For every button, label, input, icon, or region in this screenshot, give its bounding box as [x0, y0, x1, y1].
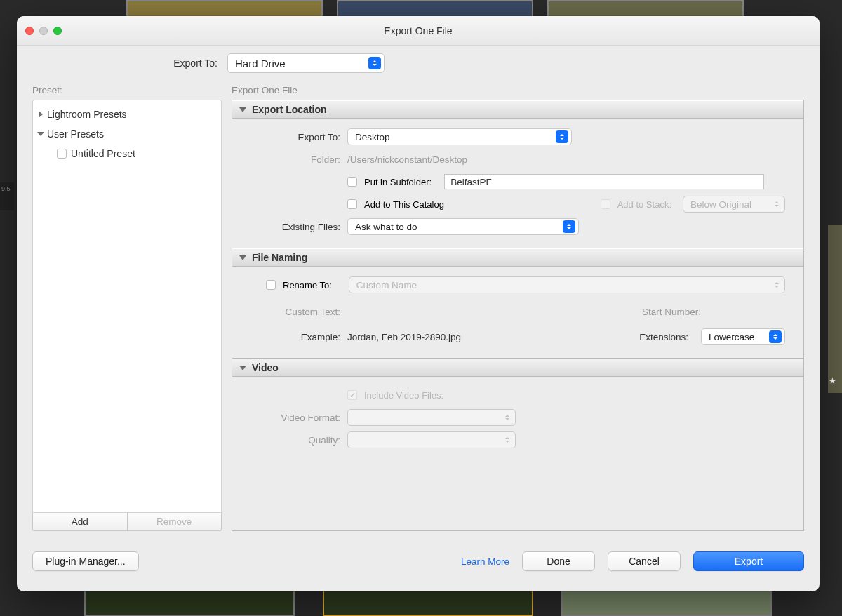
settings-column: Export One File Export Location Export T… — [232, 85, 804, 531]
extensions-label: Extensions: — [639, 332, 688, 342]
zoom-window-button[interactable] — [53, 27, 62, 35]
preset-group-user[interactable]: User Presets — [33, 124, 221, 144]
panel-video: Video Include Video Files: Video Format: — [232, 359, 803, 461]
add-catalog-label: Add to This Catalog — [364, 199, 444, 210]
chevron-updown-icon — [556, 130, 568, 143]
add-stack-label: Add to Stack: — [617, 199, 671, 210]
add-catalog-checkbox[interactable] — [347, 199, 357, 209]
include-video-checkbox — [347, 390, 357, 400]
cancel-button[interactable]: Cancel — [608, 551, 681, 571]
bg-thumb — [323, 588, 533, 616]
settings-scroll[interactable]: Export Location Export To: Desktop Folde… — [232, 100, 804, 531]
video-quality-label: Quality: — [250, 435, 340, 446]
panel-header-export-location[interactable]: Export Location — [232, 100, 803, 119]
window-title: Export One File — [384, 25, 452, 36]
preset-column: Preset: Lightroom Presets User Presets U… — [32, 85, 222, 531]
right-label: Export One File — [232, 85, 804, 95]
subfolder-label: Put in Subfolder: — [364, 177, 432, 187]
chevron-updown-icon — [368, 57, 381, 69]
panel-header-file-naming[interactable]: File Naming — [232, 248, 803, 267]
export-destination-popup[interactable]: Desktop — [347, 128, 572, 145]
remove-preset-button: Remove — [128, 513, 222, 531]
minimize-window-button — [39, 27, 48, 35]
add-stack-popup: Below Original — [683, 196, 785, 213]
panel-file-naming: File Naming Rename To: Custom Name — [232, 248, 803, 359]
include-video-label: Include Video Files: — [364, 390, 443, 401]
disclosure-triangle-icon — [239, 366, 246, 370]
custom-text-label: Custom Text: — [250, 307, 340, 317]
star-icon: ★ — [829, 376, 836, 386]
example-value: Jordan, Feb 2019-2890.jpg — [347, 332, 461, 342]
bg-right-thumb — [828, 225, 842, 393]
bg-left-panel: 9.5 — [0, 182, 14, 210]
video-format-popup — [347, 409, 516, 426]
done-button[interactable]: Done — [522, 551, 595, 571]
chevron-down-icon — [37, 132, 44, 136]
start-number-label: Start Number: — [642, 307, 701, 317]
example-label: Example: — [250, 332, 340, 342]
chevron-updown-icon — [769, 330, 782, 343]
close-window-button[interactable] — [25, 27, 34, 35]
chevron-updown-icon — [772, 198, 782, 210]
subfolder-input[interactable]: BelfastPF — [444, 174, 764, 189]
rename-popup: Custom Name — [349, 276, 785, 293]
export-to-popup[interactable]: Hard Drive — [227, 53, 385, 73]
video-quality-popup — [347, 431, 516, 448]
disclosure-triangle-icon — [239, 107, 246, 112]
plugin-manager-button[interactable]: Plug-in Manager... — [32, 551, 139, 571]
export-to-value: Hard Drive — [235, 58, 286, 69]
export-to-bar: Export To: Hard Drive — [17, 46, 820, 81]
export-dialog: Export One File Export To: Hard Drive Pr… — [17, 16, 820, 591]
disclosure-triangle-icon — [239, 255, 246, 260]
video-format-label: Video Format: — [250, 413, 340, 423]
rename-label: Rename To: — [283, 280, 332, 290]
panel-header-video[interactable]: Video — [232, 359, 803, 377]
bg-thumb — [561, 588, 772, 616]
chevron-updown-icon — [772, 279, 782, 291]
add-stack-checkbox — [601, 199, 610, 209]
chevron-updown-icon — [502, 411, 512, 424]
learn-more-link[interactable]: Learn More — [461, 556, 509, 567]
chevron-updown-icon — [502, 434, 512, 446]
bg-thumb — [84, 588, 295, 616]
preset-list[interactable]: Lightroom Presets User Presets Untitled … — [32, 100, 222, 513]
export-button[interactable]: Export — [693, 551, 804, 571]
folder-path: /Users/nickconstant/Desktop — [347, 154, 467, 165]
titlebar: Export One File — [17, 16, 820, 46]
add-preset-button[interactable]: Add — [32, 513, 128, 531]
extensions-popup[interactable]: Lowercase — [701, 328, 785, 345]
export-to-label2: Export To: — [250, 132, 340, 142]
preset-group-lightroom[interactable]: Lightroom Presets — [33, 105, 221, 124]
rename-checkbox[interactable] — [266, 280, 276, 290]
existing-files-label: Existing Files: — [250, 222, 340, 232]
folder-label: Folder: — [250, 154, 340, 165]
preset-checkbox[interactable] — [57, 149, 67, 159]
preset-untitled[interactable]: Untitled Preset — [33, 144, 221, 163]
existing-files-popup[interactable]: Ask what to do — [347, 218, 579, 235]
subfolder-checkbox[interactable] — [347, 177, 357, 187]
export-to-label: Export To: — [17, 58, 227, 69]
chevron-right-icon — [39, 111, 43, 118]
panel-export-location: Export Location Export To: Desktop Folde… — [232, 100, 803, 248]
dialog-footer: Plug-in Manager... Learn More Done Cance… — [17, 531, 820, 591]
preset-label: Preset: — [32, 85, 222, 95]
chevron-updown-icon — [563, 220, 575, 233]
